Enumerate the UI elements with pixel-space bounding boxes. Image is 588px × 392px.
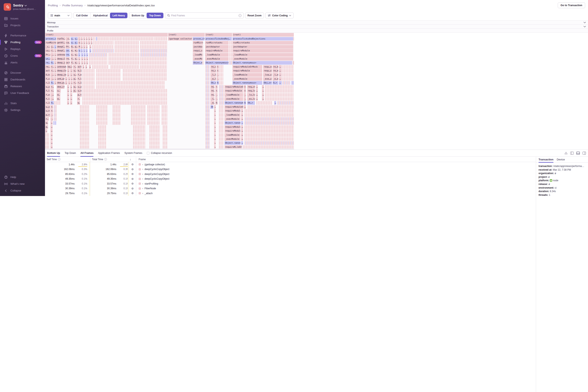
flame-cell[interactable]: re…er: [66, 57, 70, 61]
flame-cell[interactable]: [162, 113, 167, 117]
table-row[interactable]: 85.63ms0.2% 85.63ms0.2% ⚙ › deepCyclicCo…: [45, 172, 294, 176]
flame-cell[interactable]: proces…ctions: [193, 37, 204, 41]
flame-cell[interactable]: p…t: [73, 77, 76, 81]
flame-cell[interactable]: …: [91, 41, 92, 44]
flame-cell[interactable]: …: [241, 125, 243, 129]
flame-cell[interactable]: [147, 109, 160, 113]
flame-cell[interactable]: [115, 45, 139, 49]
flame-cell[interactable]: [149, 141, 160, 145]
flame-cell[interactable]: …: [241, 137, 243, 141]
flame-cell[interactable]: u…n: [73, 73, 76, 77]
flame-cell[interactable]: u…y: [73, 69, 76, 73]
flame-cell[interactable]: …: [67, 85, 69, 89]
flame-cell[interactable]: [92, 65, 109, 69]
flame-cell[interactable]: requireModule: [233, 49, 293, 52]
flame-cell[interactable]: Pr…d: [45, 53, 50, 57]
flame-cell[interactable]: …: [241, 117, 243, 121]
flame-cell[interactable]: _loadModule: [225, 113, 241, 117]
flame-cell[interactable]: [163, 129, 167, 133]
frame-cell[interactable]: › (garbage collector): [136, 162, 294, 167]
flame-cell[interactable]: [282, 73, 294, 77]
flame-cell[interactable]: _…: [244, 97, 246, 101]
flame-cell[interactable]: [96, 77, 121, 81]
flame-cell[interactable]: …: [54, 53, 56, 57]
flame-cell[interactable]: r…1: [45, 101, 50, 105]
flame-cell[interactable]: …: [214, 133, 216, 137]
flame-cell[interactable]: [80, 137, 89, 141]
flame-cell[interactable]: [111, 65, 139, 69]
flame-cell[interactable]: [93, 41, 114, 44]
search-input[interactable]: [171, 14, 237, 17]
flame-cell[interactable]: _loadModule: [193, 53, 202, 57]
table-row[interactable]: 29.75ms0.1% 29.75ms0.1% ⚙ › _attach: [45, 191, 294, 196]
flame-cell[interactable]: Objec…mous>: [193, 61, 202, 65]
collapse-recursion-checkbox[interactable]: Collapse recursion: [147, 152, 172, 154]
flame-cell[interactable]: r…: [215, 89, 218, 93]
flame-cell[interactable]: [265, 97, 294, 101]
flame-cell[interactable]: …: [86, 57, 88, 61]
flame-cell[interactable]: …: [85, 65, 87, 69]
flame-cell[interactable]: r…: [244, 85, 246, 89]
flame-cell[interactable]: …: [54, 81, 56, 85]
frame-cell[interactable]: › startProfiling: [136, 181, 294, 186]
flame-cell[interactable]: …: [81, 45, 83, 49]
flame-cell[interactable]: …: [244, 105, 246, 109]
flame-cell[interactable]: runMicrotasks: [193, 41, 203, 44]
flame-cell[interactable]: [282, 69, 294, 73]
flame-cell[interactable]: O…e: [70, 45, 74, 49]
flame-cell[interactable]: r…: [215, 85, 218, 89]
flame-cell[interactable]: [229, 49, 232, 52]
flame-cell[interactable]: [96, 109, 108, 113]
flame-cell[interactable]: (root): [168, 33, 205, 36]
flame-cell[interactable]: _loadModule: [225, 133, 241, 137]
flame-cell[interactable]: …: [89, 49, 91, 52]
self-time-header[interactable]: Self Time?: [45, 158, 90, 161]
flame-cell[interactable]: requireModuleOrMock: [225, 105, 243, 109]
flame-cell[interactable]: [131, 113, 145, 117]
flame-cell[interactable]: …: [54, 77, 56, 81]
flame-cell[interactable]: [96, 117, 108, 121]
flame-cell[interactable]: unknown: [57, 65, 66, 69]
flame-cell[interactable]: [113, 117, 121, 121]
flame-cell[interactable]: …: [214, 141, 216, 145]
flame-cell[interactable]: [113, 121, 121, 125]
flame-cell[interactable]: [206, 133, 210, 137]
flame-cell[interactable]: Obj…s>: [263, 81, 272, 85]
flame-cell[interactable]: …: [86, 37, 87, 41]
expand-chevron-icon[interactable]: ›: [142, 187, 143, 190]
flame-cell[interactable]: u…y: [45, 85, 50, 89]
flame-cell[interactable]: [206, 65, 210, 69]
flame-cell[interactable]: f…e: [45, 93, 50, 97]
flame-cell[interactable]: [219, 121, 224, 125]
flame-cell[interactable]: d…: [57, 97, 60, 101]
flame-cell[interactable]: …: [83, 49, 85, 52]
flame-cell[interactable]: …: [81, 41, 83, 44]
flame-cell[interactable]: [80, 121, 89, 125]
flame-cell[interactable]: [206, 81, 210, 85]
flame-cell[interactable]: [80, 141, 89, 145]
flame-cell[interactable]: _l…le: [210, 73, 216, 77]
sidebar-item-performance[interactable]: Performance: [0, 32, 45, 39]
flame-cell[interactable]: re…l: [210, 85, 215, 89]
flame-cell[interactable]: ba…$1: [67, 65, 72, 69]
frame-cell[interactable]: › _attach: [136, 191, 294, 196]
flame-cell[interactable]: deep…ject: [57, 61, 65, 65]
flame-cell[interactable]: [131, 105, 145, 109]
flame-cell[interactable]: [219, 113, 224, 117]
flame-cell[interactable]: (root): [45, 33, 168, 36]
flame-cell[interactable]: …: [86, 61, 88, 65]
frame-settings-icon[interactable]: ⚙: [129, 163, 136, 166]
flame-cell[interactable]: [163, 133, 167, 137]
flame-cell[interactable]: Ob…s>: [210, 81, 216, 85]
flame-cell[interactable]: …: [262, 97, 264, 101]
flame-cell[interactable]: …: [78, 61, 80, 65]
sidebar-item-projects[interactable]: Projects: [0, 22, 45, 29]
flame-cell[interactable]: [113, 113, 121, 117]
flame-cell[interactable]: _execModule: [193, 57, 202, 61]
flame-cell[interactable]: runMicrotasks: [233, 41, 293, 44]
flame-cell[interactable]: _loadModule: [233, 53, 293, 57]
flame-cell[interactable]: [229, 41, 232, 44]
flame-cell[interactable]: …: [70, 97, 72, 101]
flame-cell[interactable]: _…e: [50, 93, 54, 97]
flame-cell[interactable]: req…ck: [247, 85, 255, 89]
